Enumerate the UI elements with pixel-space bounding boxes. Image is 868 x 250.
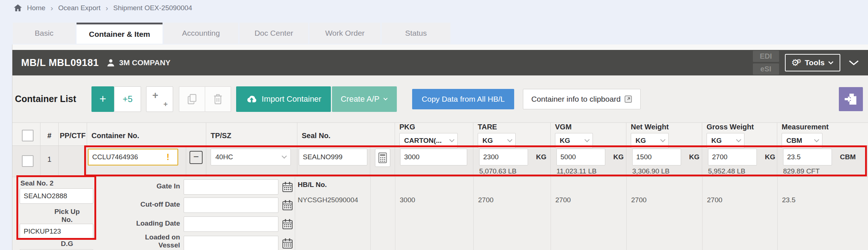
pkg-input[interactable]	[400, 149, 467, 165]
chevron-down-icon	[660, 137, 665, 142]
vgm-input[interactable]	[556, 149, 605, 165]
hbl-pkg-value: 3000	[400, 196, 415, 204]
tools-button[interactable]: ⚙⚙ Tools	[785, 54, 840, 71]
calendar-icon[interactable]	[282, 181, 293, 192]
cut-off-date-input[interactable]	[184, 198, 278, 213]
breadcrumb-home[interactable]: Home	[27, 4, 46, 12]
hbl-gross-weight-value: 2700	[707, 196, 722, 204]
net-weight-unit: KG	[689, 153, 700, 161]
home-icon[interactable]	[14, 4, 22, 12]
create-ap-caret-icon	[383, 97, 388, 101]
divider	[702, 177, 703, 250]
tp-sz-select[interactable]: 40HC	[211, 149, 291, 165]
mbl-header-bar: MB/L MBL09181 3M COMPANY EDI eSI ⚙⚙ Tool…	[12, 50, 868, 75]
select-all-checkbox[interactable]	[22, 130, 34, 141]
breadcrumb-separator: ›	[106, 4, 108, 12]
measurement-alt-value: 829.89 CFT	[783, 167, 868, 175]
calendar-icon[interactable]	[282, 200, 293, 211]
measurement-input[interactable]	[783, 149, 832, 165]
tab-doc-center[interactable]: Doc Center	[239, 23, 308, 44]
col-pp-ctf: PP/CTF	[59, 123, 87, 148]
loading-date-input[interactable]	[184, 216, 278, 232]
add-multiple-button[interactable]: + +	[146, 86, 173, 112]
measurement-cell: CBM 829.89 CFT	[777, 146, 868, 177]
container-no-input[interactable]	[88, 149, 178, 165]
import-to-doc-icon	[844, 92, 858, 106]
plus-icon: +	[152, 90, 158, 101]
tab-basic[interactable]: Basic	[13, 23, 75, 44]
tab-status[interactable]: Status	[382, 23, 450, 44]
gears-icon: ⚙⚙	[791, 58, 802, 67]
cloud-upload-icon	[246, 95, 257, 103]
tare-unit: KG	[536, 153, 547, 161]
net-weight-alt-value: 3,306.90 LB	[632, 167, 702, 175]
screen: Home › Ocean Export › Shipment OEX-25090…	[0, 0, 868, 250]
chevron-down-icon	[449, 137, 454, 142]
vgm-cell: KG 11,023.11 LB	[551, 146, 626, 177]
calendar-icon[interactable]	[282, 238, 293, 249]
copy-container-button[interactable]	[179, 86, 205, 112]
import-container-button[interactable]: Import Container	[236, 86, 331, 112]
net-weight-input[interactable]	[632, 149, 681, 165]
dg-label: D.G	[34, 240, 100, 248]
tab-accounting[interactable]: Accounting	[164, 23, 238, 44]
section-title: Container List	[15, 94, 76, 104]
divider	[295, 177, 295, 250]
loaded-on-vessel-input[interactable]	[184, 236, 278, 250]
copy-data-from-all-hbl-button[interactable]: Copy Data from All HB/L	[412, 89, 514, 109]
tare-input[interactable]	[479, 149, 528, 165]
vgm-alt-value: 11,023.11 LB	[556, 167, 626, 175]
tare-cell: KG 5,070.63 LB	[473, 146, 551, 177]
chevron-down-icon	[584, 137, 590, 142]
seal-no-cell	[297, 146, 370, 177]
gross-weight-cell: KG 5,952.48 LB	[702, 146, 777, 177]
copy-icon	[187, 94, 197, 105]
collapse-panel-icon[interactable]	[848, 60, 859, 66]
esi-button[interactable]: eSI	[753, 63, 779, 75]
hbl-tare-value: 2700	[478, 196, 493, 204]
breadcrumb-ocean-export[interactable]: Ocean Export	[58, 4, 101, 12]
container-info-to-clipboard-button[interactable]: Container info to clipboard	[523, 89, 641, 109]
tab-bar: Basic Container & Item Accounting Doc Ce…	[13, 23, 450, 44]
gross-weight-input[interactable]	[708, 149, 757, 165]
col-measurement: Measurement CBM	[777, 123, 868, 148]
remove-row-button[interactable]: −	[189, 151, 203, 164]
create-ap-label: Create A/P	[341, 94, 379, 104]
divider	[551, 177, 551, 250]
calculator-cell	[370, 146, 395, 177]
loaded-on-vessel-label: Loaded on Vessel	[136, 233, 180, 249]
tare-alt-value: 5,070.63 LB	[479, 167, 550, 175]
divider	[370, 177, 371, 250]
gate-in-input[interactable]	[184, 179, 278, 195]
tab-container-item[interactable]: Container & Item	[77, 23, 163, 44]
measurement-unit: CBM	[840, 153, 856, 161]
plus-icon: +	[163, 100, 168, 109]
seal-no-2-input[interactable]	[20, 188, 93, 204]
chevron-down-icon	[814, 137, 819, 142]
panel-top-strip	[12, 44, 868, 50]
tools-caret-icon	[828, 61, 834, 65]
breadcrumb: Home › Ocean Export › Shipment OEX-25090…	[0, 0, 868, 16]
col-tp-sz: TP/SZ	[206, 123, 297, 148]
chevron-down-icon	[736, 137, 741, 142]
create-ap-button[interactable]: Create A/P	[332, 86, 397, 112]
calendar-icon[interactable]	[282, 219, 293, 230]
breadcrumb-shipment: Shipment OEX-25090004	[113, 4, 192, 12]
pick-up-no-label: Pick Up No.	[49, 208, 85, 224]
gross-weight-unit: KG	[765, 153, 775, 161]
export-to-document-button[interactable]	[839, 87, 863, 111]
container-list-toolbar: Container List + +5 + +	[12, 75, 868, 122]
add-five-containers-button[interactable]: +5	[114, 86, 141, 112]
pick-up-no-input[interactable]	[20, 224, 93, 239]
seal-no-input[interactable]	[299, 149, 367, 165]
edi-button[interactable]: EDI	[753, 51, 779, 62]
divider	[777, 177, 778, 250]
col-gross-weight: Gross Weight KG	[702, 123, 777, 148]
delete-container-button[interactable]	[205, 86, 231, 112]
row-checkbox[interactable]	[22, 155, 34, 167]
chevron-down-icon	[282, 153, 287, 159]
calculator-button[interactable]	[375, 149, 390, 167]
tab-work-order[interactable]: Work Order	[309, 23, 380, 44]
cut-off-date-label: Cut-off Date	[100, 200, 180, 208]
add-container-button[interactable]: +	[91, 86, 114, 112]
